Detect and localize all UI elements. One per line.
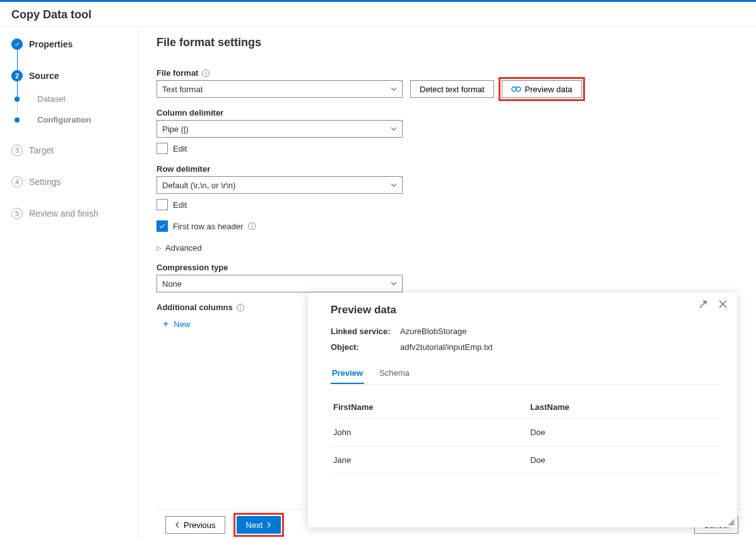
compression-label: Compression type — [157, 263, 747, 272]
col-delim-select[interactable]: Pipe (|) — [157, 120, 403, 138]
close-icon[interactable] — [719, 300, 727, 309]
col-delim-label: Column delimiter — [157, 108, 747, 117]
row-delim-select[interactable]: Default (\r,\n, or \r\n) — [157, 176, 403, 194]
object-label: Object: — [331, 342, 394, 352]
step-review[interactable]: 5 Review and finish — [11, 208, 131, 219]
row-delim-label: Row delimiter — [157, 164, 747, 174]
tool-header: Copy Data tool — [0, 2, 756, 27]
expand-icon[interactable] — [699, 300, 707, 309]
substep-configuration[interactable]: Configuration — [11, 115, 131, 124]
col-delim-edit-label: Edit — [173, 144, 187, 153]
tab-schema[interactable]: Schema — [378, 363, 411, 384]
row-delim-edit-checkbox[interactable] — [157, 199, 168, 210]
substep-label: Dataset — [37, 94, 66, 104]
chevron-down-icon — [391, 280, 397, 287]
wizard-sidebar: Properties 2 Source Dataset Configuratio… — [0, 27, 139, 540]
compression-select[interactable]: None — [157, 275, 403, 292]
detect-format-button[interactable]: Detect text format — [410, 80, 494, 98]
preview-data-button[interactable]: Preview data — [502, 80, 582, 98]
object-value: adfv2tutorial/inputEmp.txt — [400, 342, 493, 352]
chevron-down-icon — [391, 182, 397, 188]
preview-table: FirstName LastName John Doe Jane Doe — [331, 396, 721, 474]
chevron-down-icon — [391, 86, 397, 92]
resize-handle-icon[interactable]: ◢ — [728, 516, 735, 526]
step-target[interactable]: 3 Target — [11, 145, 131, 156]
info-icon[interactable]: i — [202, 69, 210, 77]
svg-point-0 — [512, 87, 516, 92]
col-header: FirstName — [331, 396, 528, 419]
step-label: Review and finish — [29, 208, 98, 219]
info-icon[interactable]: i — [248, 222, 256, 230]
step-source[interactable]: 2 Source — [11, 70, 131, 81]
page-title: File format settings — [157, 36, 747, 49]
substep-label: Configuration — [37, 115, 91, 124]
step-label: Properties — [29, 39, 73, 49]
tool-title: Copy Data tool — [11, 8, 745, 21]
table-row: Jane Doe — [331, 447, 721, 474]
next-button[interactable]: Next — [237, 516, 281, 534]
linked-service-value: AzureBlobStorage — [400, 327, 467, 336]
step-settings[interactable]: 4 Settings — [11, 176, 131, 188]
previous-button[interactable]: Previous — [165, 516, 225, 534]
substep-dataset[interactable]: Dataset — [11, 94, 131, 104]
col-header: LastName — [528, 396, 721, 419]
info-icon[interactable]: i — [237, 304, 244, 311]
linked-service-label: Linked service: — [331, 327, 394, 336]
file-format-label: File format i — [157, 68, 747, 78]
preview-panel: Preview data Linked service: AzureBlobSt… — [308, 292, 737, 527]
step-label: Target — [29, 145, 54, 155]
file-format-select[interactable]: Text format — [157, 80, 403, 98]
chevron-left-icon — [175, 522, 180, 528]
tab-preview[interactable]: Preview — [331, 363, 364, 384]
eye-icon — [511, 86, 521, 92]
svg-point-1 — [516, 87, 521, 92]
step-label: Source — [29, 71, 59, 81]
step-label: Settings — [29, 177, 61, 187]
plus-icon: + — [163, 318, 168, 330]
main-panel: File format settings File format i Text … — [139, 27, 756, 540]
step-properties[interactable]: Properties — [11, 39, 131, 50]
triangle-right-icon: ▷ — [157, 244, 162, 251]
chevron-right-icon — [266, 522, 271, 528]
chevron-down-icon — [391, 126, 397, 132]
table-row: John Doe — [331, 419, 721, 447]
first-row-header-checkbox[interactable] — [157, 220, 168, 232]
row-delim-edit-label: Edit — [173, 200, 187, 210]
first-row-header-label: First row as header — [173, 222, 243, 231]
preview-title: Preview data — [331, 304, 721, 316]
advanced-toggle[interactable]: ▷ Advanced — [157, 243, 747, 253]
col-delim-edit-checkbox[interactable] — [157, 143, 168, 154]
